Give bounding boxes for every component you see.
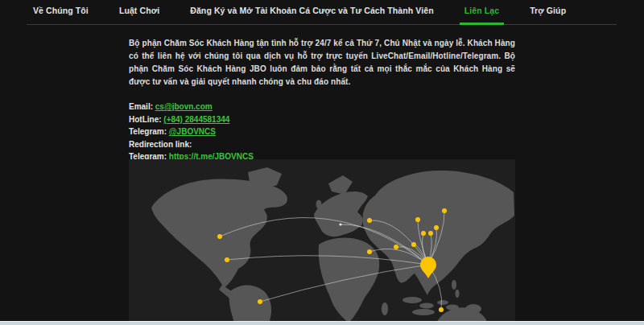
map-location-dot xyxy=(439,307,444,312)
map-location-dot xyxy=(339,223,341,225)
telegram-handle-link[interactable]: @JBOVNCS xyxy=(169,127,216,136)
hotline-link[interactable]: (+84) 2844581344 xyxy=(163,115,229,124)
map-location-dot xyxy=(217,234,222,239)
contact-line-redirection: Redirection link: xyxy=(129,138,515,151)
tab-contact[interactable]: Liên Lạc xyxy=(460,6,504,24)
world-map-svg xyxy=(129,159,515,325)
map-location-dot xyxy=(434,225,439,230)
top-nav: Về Chúng Tôi Luật Chơi Đăng Ký và Mở Tài… xyxy=(27,0,617,25)
tab-rules[interactable]: Luật Chơi xyxy=(114,6,164,24)
tab-register[interactable]: Đăng Ký và Mở Tài Khoản Cá Cược và Tư Cá… xyxy=(185,6,438,24)
map-location-dot xyxy=(415,217,420,222)
map-location-dot xyxy=(428,231,433,236)
map-location-dot xyxy=(367,218,372,223)
horizontal-scrollbar[interactable] xyxy=(0,321,644,325)
contact-list: Email: cs@jbovn.com HotLine: (+84) 28445… xyxy=(129,101,515,163)
map-location-dot xyxy=(367,249,372,254)
email-link[interactable]: cs@jbovn.com xyxy=(155,102,213,111)
contact-page-content: Bộ phận Chăm Sóc Khách Hàng tận tình hỗ … xyxy=(129,37,515,163)
tab-help[interactable]: Trợ Giúp xyxy=(525,6,571,24)
contact-line-hotline: HotLine: (+84) 2844581344 xyxy=(129,113,515,126)
world-map-image xyxy=(129,159,515,325)
contact-label: HotLine: xyxy=(129,115,162,124)
contact-line-telegram: Telegram: @JBOVNCS xyxy=(129,125,515,138)
map-continents xyxy=(151,167,514,325)
contact-label: Telegram: xyxy=(129,127,167,136)
map-location-dot xyxy=(258,299,262,304)
support-paragraph: Bộ phận Chăm Sóc Khách Hàng tận tình hỗ … xyxy=(129,37,515,88)
contact-label: Redirection link: xyxy=(129,140,192,149)
map-location-dot xyxy=(394,245,398,249)
contact-label: Email: xyxy=(129,102,153,111)
map-location-dot xyxy=(442,208,447,213)
map-location-dot xyxy=(225,257,229,262)
map-location-dot xyxy=(411,242,416,247)
contact-line-email: Email: cs@jbovn.com xyxy=(129,101,515,113)
tab-about[interactable]: Về Chúng Tôi xyxy=(28,6,93,24)
map-location-dot xyxy=(421,231,426,236)
